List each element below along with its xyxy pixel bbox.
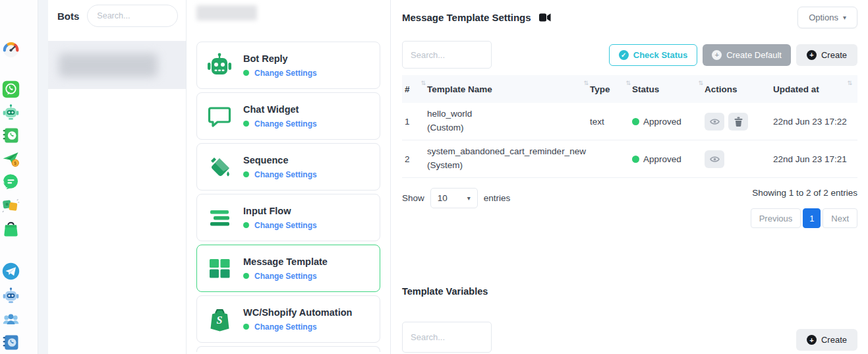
chevron-down-icon: ▾ (467, 194, 471, 202)
approved-dot (632, 156, 639, 163)
team-icon[interactable] (2, 310, 20, 328)
row-type: text (590, 117, 632, 127)
card-chat-widget[interactable]: Chat Widget Change Settings (196, 92, 380, 140)
dashboard-gauge-icon[interactable] (2, 41, 20, 59)
settings-panel: Bot Reply Change Settings Chat Widget Ch… (187, 0, 391, 354)
bot-reply-icon (206, 52, 233, 78)
robot-blue-icon[interactable] (2, 287, 20, 305)
change-settings-link[interactable]: Change Settings (254, 272, 317, 281)
previous-page-button[interactable]: Previous (751, 208, 801, 228)
check-status-label: Check Status (633, 50, 687, 60)
chat-widget-icon (206, 103, 233, 129)
next-page-button[interactable]: Next (823, 208, 857, 228)
video-tutorial-icon[interactable] (539, 13, 551, 22)
telegram-icon[interactable] (2, 262, 20, 280)
integrations-icon[interactable] (2, 197, 20, 215)
plus-circle-icon: + (807, 335, 817, 345)
robot-green-icon[interactable] (2, 103, 20, 121)
card-title: Bot Reply (243, 53, 317, 64)
contacts-green-icon[interactable] (2, 127, 20, 144)
status-dot (243, 273, 249, 279)
change-settings-link[interactable]: Change Settings (254, 119, 317, 129)
col-header-actions: Actions (705, 84, 773, 94)
col-header-num[interactable]: #⇅ (405, 84, 427, 94)
options-button[interactable]: Options▾ (797, 7, 857, 28)
approved-dot (632, 118, 639, 125)
change-settings-link[interactable]: Change Settings (254, 170, 317, 179)
create-default-button[interactable]: +Create Default (703, 44, 791, 66)
pagination-row: Show 10▾ entries Showing 1 to 2 of 2 ent… (402, 188, 857, 228)
col-header-name[interactable]: Template Name⇅ (427, 84, 590, 94)
table-row: 1 hello_world (Custom) text Approved 22n… (402, 103, 857, 140)
shopify-icon: S (206, 306, 233, 332)
page-1-button[interactable]: 1 (803, 208, 821, 228)
table-row: 2 system_abandoned_cart_reminder_new (Sy… (402, 140, 857, 178)
view-button[interactable] (705, 150, 724, 168)
card-title: Chat Widget (243, 104, 317, 115)
create-button[interactable]: +Create (796, 44, 857, 66)
row-actions (705, 113, 773, 131)
change-settings-link[interactable]: Change Settings (254, 221, 317, 230)
card-message-template[interactable]: Message Template Change Settings (196, 245, 380, 292)
row-template-name: system_abandoned_cart_reminder_new (Syst… (427, 145, 590, 173)
templates-table: #⇅ Template Name⇅ Type⇅ Status⇅ Actions … (402, 75, 857, 178)
row-num: 1 (405, 117, 427, 127)
message-template-icon (206, 255, 233, 281)
status-dot (243, 324, 249, 330)
trash-icon (734, 117, 743, 127)
sort-icon: ⇅ (847, 80, 852, 86)
col-header-status[interactable]: Status⇅ (632, 84, 705, 94)
chat-bubble-icon[interactable] (2, 173, 20, 191)
card-wc-shopify-automation[interactable]: S WC/Shopify Automation Change Settings (196, 295, 380, 343)
template-origin: (Custom) (427, 121, 590, 135)
card-title: Input Flow (243, 206, 317, 216)
card-title: Message Template (243, 256, 328, 267)
bot-list-item-selected[interactable] (48, 41, 186, 89)
svg-text:S: S (217, 314, 223, 326)
template-toolbar: ✓Check Status +Create Default +Create (402, 41, 857, 69)
row-updated: 22nd Jun 23 17:21 (773, 154, 854, 164)
row-actions (705, 150, 773, 168)
redacted-panel-title (196, 5, 257, 20)
chevron-down-icon: ▾ (843, 14, 846, 21)
card-bot-reply[interactable]: Bot Reply Change Settings (196, 42, 380, 89)
app-icon-rail: $ (0, 0, 38, 354)
entries-label: entries (484, 193, 511, 203)
plus-circle-icon: + (807, 50, 817, 60)
change-settings-link[interactable]: Change Settings (254, 69, 317, 78)
settings-card-list: Bot Reply Change Settings Chat Widget Ch… (196, 42, 380, 352)
card-sequence[interactable]: Sequence Change Settings (196, 143, 380, 191)
svg-text:$: $ (14, 161, 16, 166)
create-label: Create (821, 50, 847, 60)
create-default-label: Create Default (726, 50, 782, 60)
card-title: WC/Shopify Automation (243, 307, 352, 318)
create-variable-button[interactable]: +Create (796, 329, 857, 351)
template-search-input[interactable] (402, 41, 492, 69)
status-dot (243, 70, 249, 76)
row-status: Approved (632, 154, 705, 164)
pager: Previous 1 Next (751, 208, 857, 228)
row-updated: 22nd Jun 23 17:22 (773, 117, 854, 127)
whatsapp-icon[interactable] (2, 80, 20, 98)
template-variables-title: Template Variables (402, 286, 857, 297)
send-plane-icon[interactable]: $ (2, 150, 20, 167)
bots-search-input[interactable] (87, 5, 178, 27)
create-variable-label: Create (821, 335, 847, 345)
check-status-button[interactable]: ✓Check Status (609, 44, 697, 66)
col-header-updated[interactable]: Updated at⇅ (773, 84, 854, 94)
change-settings-link[interactable]: Change Settings (254, 322, 317, 332)
delete-button[interactable] (728, 113, 748, 131)
card-input-flow[interactable]: Input Flow Change Settings (196, 194, 380, 241)
contacts-blue-icon[interactable] (2, 334, 20, 351)
variables-search-input[interactable] (402, 322, 492, 353)
redacted-bot-name (59, 53, 158, 77)
col-header-type[interactable]: Type⇅ (590, 84, 632, 94)
plus-circle-icon: + (712, 50, 722, 60)
page-size-select[interactable]: 10▾ (430, 188, 478, 208)
panel-gap (38, 0, 48, 354)
shopping-bag-icon[interactable] (2, 220, 20, 238)
page-size-value: 10 (438, 193, 448, 203)
row-num: 2 (405, 154, 427, 164)
show-label: Show (402, 193, 424, 203)
view-button[interactable] (705, 113, 724, 131)
